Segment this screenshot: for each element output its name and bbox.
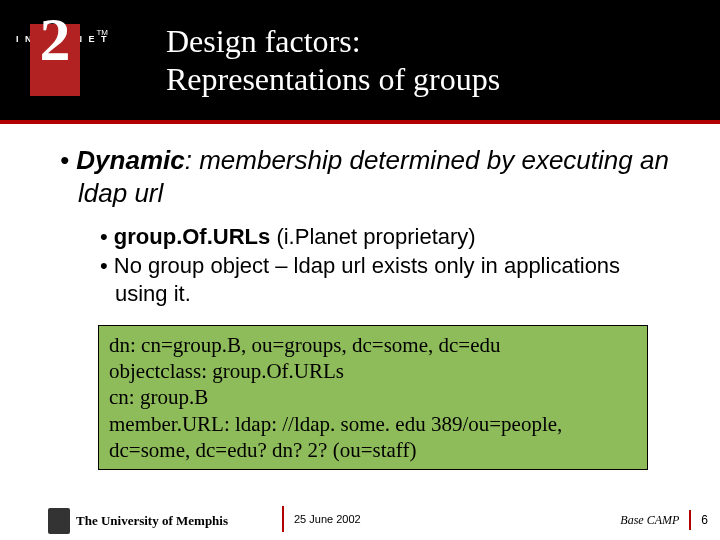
event-name: Base CAMP <box>620 513 679 528</box>
divider-icon <box>689 510 691 530</box>
code-line: objectclass: group.Of.URLs <box>109 358 637 384</box>
ldap-example-box: dn: cn=group.B, ou=groups, dc=some, dc=e… <box>98 325 648 470</box>
logo-red-box: 2 <box>30 24 80 96</box>
footer-date-block: 25 June 2002 <box>282 506 361 532</box>
sub1-rest: (i.Planet proprietary) <box>270 224 475 249</box>
title-line-2: Representations of groups <box>166 60 500 98</box>
code-line: dn: cn=group.B, ou=groups, dc=some, dc=e… <box>109 332 637 358</box>
university-name: The University of Memphis <box>76 513 228 529</box>
university-logo: The University of Memphis <box>48 508 228 534</box>
divider-icon <box>282 506 284 532</box>
sub-bullet-1: • group.Of.URLs (i.Planet proprietary) <box>100 223 670 252</box>
sub-bullet-2: • No group object – ldap url exists only… <box>100 252 670 309</box>
code-line: cn: group.B <box>109 384 637 410</box>
slide-title: Design factors: Representations of group… <box>166 22 500 99</box>
footer-date: 25 June 2002 <box>294 513 361 525</box>
title-line-1: Design factors: <box>166 22 500 60</box>
slide-header: I N T E R N E T 2 TM Design factors: Rep… <box>0 0 720 120</box>
crest-icon <box>48 508 70 534</box>
bullet-marker: • <box>60 145 76 175</box>
main-bullet: • Dynamic: membership determined by exec… <box>60 144 670 209</box>
slide-body: • Dynamic: membership determined by exec… <box>0 124 720 470</box>
footer-right: Base CAMP 6 <box>620 510 708 530</box>
code-line: dc=some, dc=edu? dn? 2? (ou=staff) <box>109 437 637 463</box>
sub1-term: group.Of.URLs <box>114 224 270 249</box>
bullet-marker: • <box>100 224 114 249</box>
logo-tm: TM <box>96 28 108 37</box>
logo-digit: 2 <box>40 12 71 68</box>
code-line: member.URL: ldap: //ldap. some. edu 389/… <box>109 411 637 437</box>
main-bullet-label: Dynamic <box>76 145 184 175</box>
internet2-logo: I N T E R N E T 2 TM <box>0 0 110 120</box>
slide-footer: The University of Memphis 25 June 2002 B… <box>0 494 720 534</box>
page-number: 6 <box>701 513 708 527</box>
sub-bullet-list: • group.Of.URLs (i.Planet proprietary) •… <box>60 223 670 309</box>
